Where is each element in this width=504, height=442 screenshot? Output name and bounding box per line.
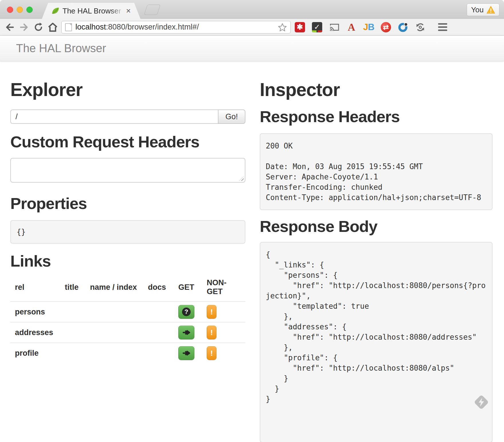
question-sign-icon: ?	[182, 308, 191, 316]
back-button[interactable]	[4, 21, 15, 33]
link-title	[60, 322, 85, 343]
links-table: rel title name / index docs GET NON-GET …	[10, 275, 245, 363]
lastpass-extension-icon[interactable]: ✱	[295, 22, 305, 32]
url-host: localhost	[75, 23, 106, 31]
uri-input[interactable]	[10, 109, 218, 124]
exclamation-icon: !	[210, 349, 213, 358]
link-rel: addresses	[10, 322, 60, 343]
response-headers-title: Response Headers	[260, 107, 493, 126]
link-name-index	[85, 302, 143, 322]
profile-label: You	[471, 5, 484, 14]
custom-headers-textarea[interactable]	[10, 158, 245, 183]
blue-circle-extension-icon[interactable]	[398, 22, 408, 32]
link-table-row: persons ? !	[10, 302, 245, 322]
page-content: Explorer Go! Custom Request Headers Prop…	[0, 61, 504, 442]
go-button[interactable]: Go!	[218, 109, 245, 124]
tab-title: The HAL Browser (customi	[62, 7, 125, 15]
inspector-title: Inspector	[260, 79, 493, 100]
col-header-docs: docs	[143, 275, 174, 302]
bookmark-star-icon[interactable]	[278, 23, 287, 32]
col-header-non-get: NON-GET	[202, 275, 245, 302]
link-title	[60, 302, 85, 322]
get-button[interactable]: ?	[178, 305, 194, 319]
response-body-box: { "_links": { "persons": { "href": "http…	[260, 242, 493, 442]
minimize-window-icon[interactable]	[17, 7, 23, 13]
response-headers-box: 200 OK Date: Mon, 03 Aug 2015 19:55:45 G…	[260, 133, 493, 210]
brand-title[interactable]: The HAL Browser	[16, 42, 106, 55]
url-text[interactable]: localhost:8080/browser/index.html#/	[75, 23, 278, 32]
col-header-rel: rel	[10, 275, 60, 302]
letter-a-extension-icon[interactable]: A	[346, 22, 357, 32]
uri-input-group: Go!	[10, 109, 245, 124]
links-title: Links	[10, 252, 245, 270]
response-body-title: Response Body	[260, 217, 493, 236]
exclamation-icon: !	[210, 308, 213, 316]
non-get-button[interactable]: !	[207, 305, 216, 319]
link-name-index	[85, 322, 143, 343]
links-table-body: persons ? !	[10, 302, 245, 363]
non-get-button[interactable]: !	[207, 326, 216, 339]
browser-toolbar: localhost:8080/browser/index.html#/ ✱ ✓ …	[0, 19, 504, 36]
arrow-right-icon	[182, 329, 191, 336]
jb-extension-icon[interactable]: JB	[364, 22, 374, 32]
link-docs	[143, 322, 174, 343]
col-header-title: title	[60, 275, 85, 302]
link-name-index	[85, 343, 143, 363]
link-docs	[143, 302, 174, 322]
zoom-window-icon[interactable]	[26, 7, 33, 13]
link-title	[60, 343, 85, 363]
non-get-button[interactable]: !	[207, 346, 216, 360]
spring-leaf-favicon	[51, 7, 60, 15]
tab-close-icon[interactable]: ×	[126, 7, 131, 15]
browser-tab[interactable]: The HAL Browser (customi ×	[42, 3, 140, 19]
browser-tab-strip: The HAL Browser (customi × You	[0, 0, 504, 19]
home-button[interactable]	[47, 21, 58, 33]
chrome-menu-icon[interactable]	[438, 23, 447, 31]
link-rel: profile	[10, 343, 60, 363]
custom-headers-title: Custom Request Headers	[10, 132, 245, 151]
link-table-row: profile ? !	[10, 343, 245, 363]
col-header-get: GET	[174, 275, 202, 302]
explorer-column: Explorer Go! Custom Request Headers Prop…	[10, 61, 245, 442]
sync-red-extension-icon[interactable]: ⇄	[381, 22, 391, 32]
close-window-icon[interactable]	[7, 7, 13, 13]
arrow-right-icon	[182, 349, 191, 357]
chromecast-extension-icon[interactable]	[329, 22, 339, 32]
watermark-badge-icon	[472, 393, 490, 411]
new-tab-button[interactable]	[144, 5, 161, 15]
extension-icons: ✱ ✓ A JB ⇄	[295, 22, 447, 32]
forward-button[interactable]	[18, 21, 30, 33]
col-header-name-index: name / index	[85, 275, 143, 302]
link-docs	[143, 343, 174, 363]
link-rel: persons	[10, 302, 60, 322]
inspector-column: Inspector Response Headers 200 OK Date: …	[260, 61, 493, 442]
explorer-title: Explorer	[10, 79, 245, 100]
properties-title: Properties	[10, 194, 245, 213]
page-icon	[65, 23, 72, 31]
url-path: :8080/browser/index.html#/	[106, 23, 199, 31]
checkmark-extension-icon[interactable]: ✓	[312, 22, 322, 32]
link-table-row: addresses ? !	[10, 322, 245, 343]
get-button[interactable]: ?	[178, 346, 194, 360]
exclamation-icon: !	[210, 328, 213, 337]
address-bar[interactable]: localhost:8080/browser/index.html#/	[61, 21, 291, 34]
get-button[interactable]: ?	[178, 326, 194, 339]
refresh-extension-icon[interactable]	[415, 22, 425, 32]
reload-button[interactable]	[33, 21, 44, 33]
page-navbar: The HAL Browser	[0, 36, 504, 61]
profile-button[interactable]: You	[467, 3, 499, 16]
window-controls	[7, 7, 33, 13]
properties-box: {}	[10, 220, 245, 244]
warning-icon	[487, 6, 495, 14]
